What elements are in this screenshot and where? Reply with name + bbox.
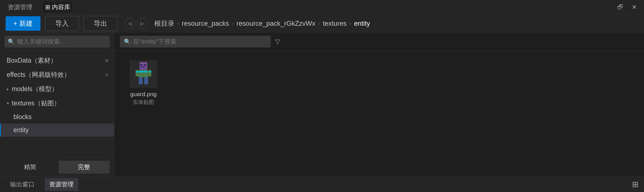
svg-rect-7 (139, 77, 143, 84)
svg-rect-8 (144, 77, 148, 84)
title-resource-manager[interactable]: 资源管理 (6, 2, 35, 13)
sidebar-item-effects[interactable]: effects（网易版特效） + (0, 68, 114, 82)
svg-rect-12 (140, 62, 147, 64)
full-view-button[interactable]: 完整 (59, 161, 110, 174)
content-area: 🔍 ▽ (114, 32, 644, 176)
svg-rect-11 (140, 71, 147, 73)
bottom-tab-resource-manager[interactable]: 资源管理 (45, 178, 78, 191)
breadcrumb-entity[interactable]: entity (354, 20, 370, 27)
main-layout: 🔍 BoxData（素材） ≡ effects（网易版特效） + ▸ model… (0, 32, 644, 176)
export-button[interactable]: 导出 (83, 16, 117, 31)
breadcrumb-textures[interactable]: textures (323, 20, 347, 27)
sidebar-item-textures[interactable]: ▾ textures（贴图） (0, 96, 114, 110)
selected-indicator (0, 124, 1, 137)
svg-rect-10 (149, 71, 151, 73)
nav-forward-button[interactable]: ▷ (137, 18, 148, 29)
sidebar-search-input[interactable] (17, 38, 106, 45)
entity-label: entity (13, 126, 29, 134)
guard-filetype: 实体贴图 (133, 99, 154, 106)
sidebar: 🔍 BoxData（素材） ≡ effects（网易版特效） + ▸ model… (0, 32, 114, 176)
content-search-wrap: 🔍 (120, 36, 271, 48)
content-grid: guard.png 实体贴图 (114, 51, 644, 176)
sidebar-item-entity[interactable]: entity (0, 124, 114, 137)
title-bar: 资源管理 ⊞内容库 🗗 ✕ (0, 0, 644, 15)
models-toggle-icon[interactable]: ▸ (7, 86, 9, 92)
sidebar-search-area: 🔍 (0, 32, 114, 51)
breadcrumb: 根目录 › resource_packs › resource_pack_rGk… (154, 19, 370, 28)
svg-rect-2 (144, 64, 146, 65)
sidebar-item-models[interactable]: ▸ models（模型） (0, 82, 114, 96)
sidebar-search-icon: 🔍 (8, 38, 15, 45)
boxdata-action-icon[interactable]: ≡ (105, 57, 109, 64)
sidebar-tree: BoxData（素材） ≡ effects（网易版特效） + ▸ models（… (0, 51, 114, 158)
sidebar-item-blocks[interactable]: blocks (0, 110, 114, 124)
sidebar-item-boxdata[interactable]: BoxData（素材） ≡ (0, 53, 114, 68)
breadcrumb-root[interactable]: 根目录 (154, 19, 174, 28)
grid-icon: ⊞ (45, 4, 50, 11)
grid-view-icon[interactable]: ⊞ (632, 180, 638, 189)
blocks-label: blocks (13, 113, 32, 121)
effects-add-icon[interactable]: + (105, 71, 109, 79)
import-button[interactable]: 导入 (45, 16, 79, 31)
restore-button[interactable]: 🗗 (616, 4, 624, 11)
new-button[interactable]: + 新建 (6, 16, 40, 31)
toolbar: + 新建 导入 导出 ◁ ▷ 根目录 › resource_packs › re… (0, 15, 644, 32)
bottom-bar: 输出窗口 资源管理 ⊞ (0, 176, 644, 192)
file-item-guard[interactable]: guard.png 实体贴图 (121, 57, 166, 109)
guard-filename: guard.png (130, 91, 157, 98)
filter-icon[interactable]: ▽ (275, 38, 280, 45)
guard-thumbnail (129, 60, 157, 88)
content-search-input[interactable] (133, 38, 267, 45)
title-content-library[interactable]: ⊞内容库 (43, 2, 73, 13)
svg-rect-1 (140, 64, 142, 65)
guard-texture-svg (131, 61, 156, 87)
breadcrumb-resource-packs[interactable]: resource_packs (182, 20, 229, 27)
effects-label: effects（网易版特效） (7, 70, 70, 79)
svg-rect-9 (136, 71, 139, 73)
sidebar-search-wrap: 🔍 (4, 36, 110, 48)
simple-view-button[interactable]: 精简 (4, 161, 56, 174)
textures-label: textures（贴图） (12, 99, 60, 108)
breadcrumb-pack[interactable]: resource_pack_rGkZzvWx (236, 20, 315, 27)
nav-arrows: ◁ ▷ (125, 18, 148, 29)
content-search-bar: 🔍 ▽ (114, 32, 644, 51)
svg-rect-3 (141, 66, 145, 67)
models-label: models（模型） (12, 85, 58, 93)
sidebar-footer: 精简 完整 (0, 158, 114, 176)
close-button[interactable]: ✕ (630, 4, 638, 11)
bottom-tab-output[interactable]: 输出窗口 (6, 178, 39, 191)
textures-toggle-icon[interactable]: ▾ (7, 101, 9, 106)
nav-back-button[interactable]: ◁ (125, 18, 135, 29)
content-search-icon: 🔍 (124, 38, 131, 45)
boxdata-label: BoxData（素材） (7, 56, 57, 65)
window-controls: 🗗 ✕ (616, 4, 638, 11)
